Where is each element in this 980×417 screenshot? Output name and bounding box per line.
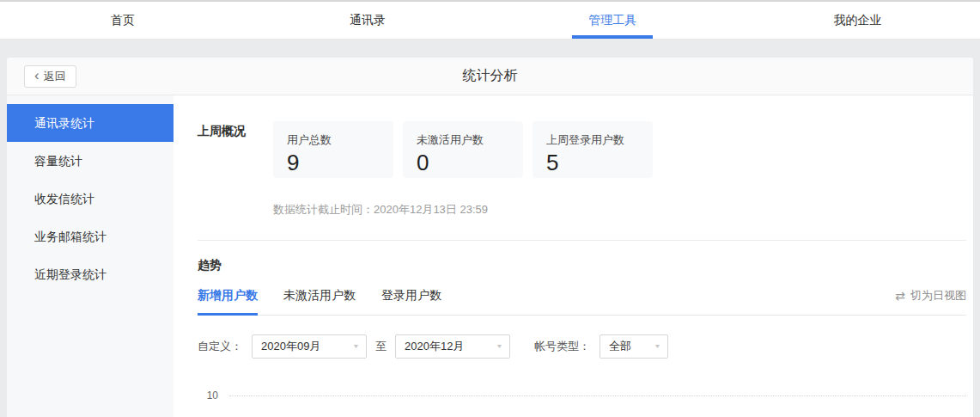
content-area: 上周概况 用户总数 9 未激活用户数 0 上周登录用户数 5 — [173, 95, 973, 417]
chevron-down-icon: ▼ — [352, 343, 360, 350]
sidebar-item-recent-login-stats[interactable]: 近期登录统计 — [7, 255, 173, 293]
y-axis-tick-label: 10 — [198, 389, 218, 402]
sidebar-item-contacts-stats[interactable]: 通讯录统计 — [7, 104, 173, 142]
switch-to-day-view-label: 切为日视图 — [910, 288, 966, 304]
data-cutoff-time: 数据统计截止时间：2020年12月13日 23:59 — [273, 202, 653, 218]
stats-panel: ‹ 返回 统计分析 通讯录统计 容量统计 收发信统计 业务邮箱统计 近期登录统计… — [7, 58, 973, 417]
sidebar-item-business-mailbox-stats[interactable]: 业务邮箱统计 — [7, 218, 173, 255]
tab-new-users[interactable]: 新增用户数 — [198, 288, 258, 315]
start-month-value: 2020年09月 — [261, 339, 320, 354]
section-divider — [198, 240, 966, 241]
chevron-left-icon: ‹ — [34, 68, 40, 83]
trend-tabs: 新增用户数 未激活用户数 登录用户数 ⇄ 切为日视图 — [198, 288, 966, 316]
data-cutoff-value: 2020年12月13日 23:59 — [374, 203, 488, 216]
nav-item-admin-tools[interactable]: 管理工具 — [490, 2, 735, 39]
trend-chart-top: 10 — [198, 389, 966, 402]
stat-cards: 用户总数 9 未激活用户数 0 上周登录用户数 5 — [273, 121, 653, 178]
back-button-label: 返回 — [44, 69, 66, 84]
data-cutoff-label: 数据统计截止时间： — [273, 203, 374, 216]
chart-gridline — [229, 396, 966, 396]
trend-filters: 自定义： 2020年09月 ▼ 至 2020年12月 ▼ 帐号类型： 全部 ▼ — [198, 334, 966, 359]
sidebar: 通讯录统计 容量统计 收发信统计 业务邮箱统计 近期登录统计 — [7, 95, 173, 417]
stat-card-total-users: 用户总数 9 — [273, 121, 393, 178]
switch-to-day-view-button[interactable]: ⇄ 切为日视图 — [895, 288, 966, 315]
stat-card-lastweek-login-users: 上周登录用户数 5 — [533, 121, 653, 178]
end-month-value: 2020年12月 — [405, 339, 464, 354]
account-type-label: 帐号类型： — [534, 339, 590, 354]
tab-inactive-users[interactable]: 未激活用户数 — [283, 288, 356, 315]
stat-card-value: 5 — [546, 151, 639, 174]
overview-section: 上周概况 用户总数 9 未激活用户数 0 上周登录用户数 5 — [198, 121, 966, 218]
tab-login-users[interactable]: 登录用户数 — [381, 288, 441, 315]
stat-card-label: 上周登录用户数 — [546, 132, 639, 148]
account-type-select[interactable]: 全部 ▼ — [600, 334, 668, 359]
start-month-select[interactable]: 2020年09月 ▼ — [252, 334, 367, 359]
stat-card-value: 9 — [287, 151, 380, 174]
swap-arrows-icon: ⇄ — [895, 290, 905, 302]
nav-item-home[interactable]: 首页 — [0, 2, 245, 39]
range-to-label: 至 — [375, 339, 387, 354]
overview-section-label: 上周概况 — [198, 121, 273, 218]
trend-section-label: 趋势 — [198, 258, 966, 273]
top-navigation: 首页 通讯录 管理工具 我的企业 — [0, 0, 980, 40]
chevron-down-icon: ▼ — [496, 343, 503, 350]
panel-header: ‹ 返回 统计分析 — [7, 58, 973, 95]
nav-item-contacts[interactable]: 通讯录 — [245, 2, 490, 39]
back-button[interactable]: ‹ 返回 — [24, 65, 76, 88]
overview-body: 用户总数 9 未激活用户数 0 上周登录用户数 5 数据统计截 — [273, 121, 653, 218]
nav-item-my-company[interactable]: 我的企业 — [735, 2, 980, 39]
sidebar-item-capacity-stats[interactable]: 容量统计 — [7, 142, 173, 180]
stat-card-label: 未激活用户数 — [417, 132, 509, 148]
custom-range-label: 自定义： — [198, 339, 242, 354]
page-title: 统计分析 — [463, 67, 518, 85]
account-type-value: 全部 — [609, 339, 631, 354]
stat-card-inactive-users: 未激活用户数 0 — [403, 121, 523, 178]
end-month-select[interactable]: 2020年12月 ▼ — [395, 334, 510, 359]
chevron-down-icon: ▼ — [654, 343, 661, 350]
sidebar-item-mail-stats[interactable]: 收发信统计 — [7, 180, 173, 218]
stat-card-value: 0 — [417, 151, 509, 174]
panel-body: 通讯录统计 容量统计 收发信统计 业务邮箱统计 近期登录统计 上周概况 用户总数… — [7, 95, 973, 417]
stat-card-label: 用户总数 — [287, 132, 380, 148]
